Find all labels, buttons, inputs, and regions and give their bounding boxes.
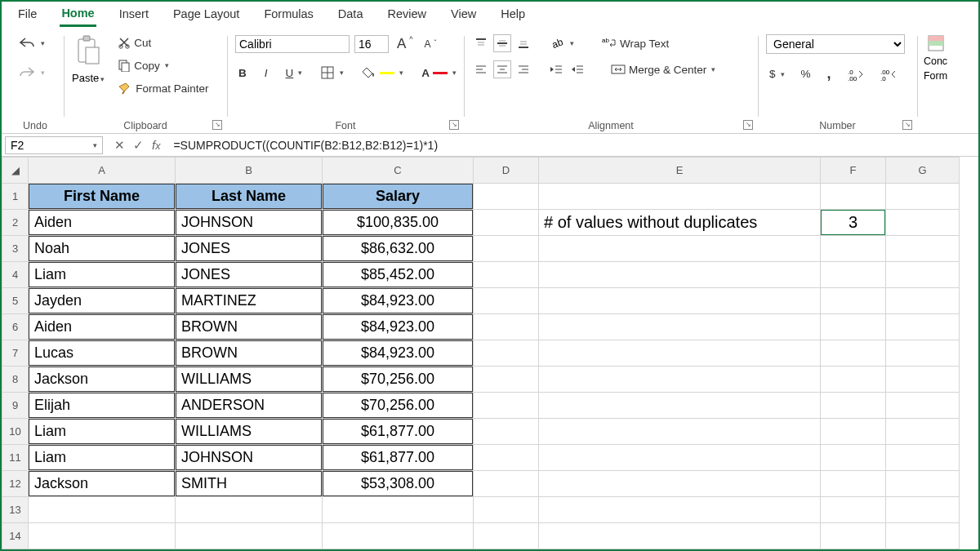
cell[interactable] (539, 523, 820, 549)
row-header[interactable]: 14 (2, 523, 29, 549)
menu-file[interactable]: File (16, 4, 38, 25)
cell-A5[interactable]: Jayden (29, 288, 175, 313)
cell[interactable] (474, 340, 538, 366)
cell[interactable] (539, 184, 820, 209)
col-header-B[interactable]: B (176, 158, 323, 184)
cell-A10[interactable]: Liam (29, 419, 175, 444)
cell[interactable] (474, 393, 538, 418)
cell[interactable] (29, 523, 175, 549)
cell[interactable] (821, 340, 885, 366)
cell[interactable] (821, 288, 885, 313)
paste-button[interactable]: Paste▾ (72, 34, 105, 84)
row-header[interactable]: 11 (2, 445, 29, 471)
cell[interactable] (323, 497, 473, 522)
cell[interactable] (886, 236, 959, 261)
cell[interactable] (539, 340, 820, 366)
cell-B7[interactable]: BROWN (176, 340, 322, 366)
cell[interactable] (886, 340, 959, 366)
cell[interactable] (539, 445, 820, 470)
cell-A3[interactable]: Noah (29, 236, 175, 261)
accounting-format-button[interactable]: $▾ (766, 66, 788, 82)
cell-C5[interactable]: $84,923.00 (323, 288, 473, 313)
decrease-font-button[interactable]: Aˇ (421, 37, 440, 51)
cell[interactable] (886, 445, 959, 470)
conditional-formatting-icon[interactable] (927, 34, 945, 52)
row-header[interactable]: 4 (2, 262, 29, 288)
cell[interactable] (886, 419, 959, 444)
cell-C8[interactable]: $70,256.00 (323, 367, 473, 392)
copy-button[interactable]: Copy▾ (114, 57, 212, 73)
align-right-button[interactable] (514, 60, 532, 78)
bold-button[interactable]: B (235, 65, 250, 81)
cell[interactable] (176, 523, 322, 549)
enter-formula-button[interactable]: ✓ (133, 138, 144, 153)
percent-format-button[interactable]: % (798, 66, 814, 82)
col-header-D[interactable]: D (474, 158, 539, 184)
cell-A1[interactable]: First Name (29, 184, 175, 209)
cell-C6[interactable]: $84,923.00 (323, 314, 473, 340)
cell[interactable] (539, 497, 820, 522)
cell[interactable] (474, 367, 538, 392)
undo-button[interactable]: ▾ (15, 34, 48, 52)
row-header[interactable]: 7 (2, 340, 29, 367)
align-center-button[interactable] (493, 60, 511, 78)
cell-A11[interactable]: Liam (29, 445, 175, 470)
menu-formulas[interactable]: Formulas (262, 4, 314, 25)
cell[interactable] (821, 184, 885, 209)
font-launcher-icon[interactable]: ↘ (449, 120, 459, 130)
orientation-button[interactable]: ab▾ (547, 34, 577, 52)
fill-color-button[interactable]: ▾ (359, 65, 407, 80)
col-header-G[interactable]: G (886, 158, 960, 184)
align-left-button[interactable] (472, 60, 490, 78)
number-launcher-icon[interactable]: ↘ (902, 120, 912, 130)
cell-B8[interactable]: WILLIAMS (176, 367, 322, 392)
cell[interactable] (323, 523, 473, 549)
col-header-C[interactable]: C (323, 158, 474, 184)
cell[interactable] (886, 210, 959, 235)
cell-A6[interactable]: Aiden (29, 314, 175, 340)
cell[interactable] (821, 419, 885, 444)
cell-B9[interactable]: ANDERSON (176, 393, 322, 418)
menu-home[interactable]: Home (60, 3, 96, 27)
cell-B12[interactable]: SMITH (176, 471, 322, 496)
menu-page-layout[interactable]: Page Layout (172, 4, 241, 25)
cell-A7[interactable]: Lucas (29, 340, 175, 366)
row-header[interactable]: 3 (2, 236, 29, 262)
cell-A2[interactable]: Aiden (29, 210, 175, 235)
cell[interactable] (474, 210, 538, 235)
cell-C3[interactable]: $86,632.00 (323, 236, 473, 261)
clipboard-launcher-icon[interactable]: ↘ (212, 120, 222, 130)
row-header[interactable]: 2 (2, 210, 29, 236)
decrease-indent-button[interactable] (547, 60, 565, 78)
cell[interactable] (539, 262, 820, 287)
align-top-button[interactable] (472, 34, 490, 52)
cell[interactable] (539, 288, 820, 313)
cell[interactable] (474, 471, 538, 496)
cell-C9[interactable]: $70,256.00 (323, 393, 473, 418)
row-header[interactable]: 6 (2, 314, 29, 340)
col-header-A[interactable]: A (29, 158, 176, 184)
cell-E2[interactable]: # of values without duplicates (539, 210, 820, 235)
borders-button[interactable]: ▾ (317, 64, 347, 82)
cell-B10[interactable]: WILLIAMS (176, 419, 322, 444)
format-painter-button[interactable]: Format Painter (114, 80, 212, 96)
cell[interactable] (886, 497, 959, 522)
cell[interactable] (474, 497, 538, 522)
cell[interactable] (821, 393, 885, 418)
cell[interactable] (886, 314, 959, 340)
worksheet-grid[interactable]: ◢ A B C D E F G 1 First Name Last Name S… (2, 157, 978, 549)
cell-A9[interactable]: Elijah (29, 393, 175, 418)
increase-indent-button[interactable] (568, 60, 586, 78)
fx-button[interactable]: fx (152, 138, 160, 153)
row-header[interactable]: 10 (2, 419, 29, 445)
menu-review[interactable]: Review (385, 4, 428, 25)
cell[interactable] (539, 419, 820, 444)
cell-B5[interactable]: MARTINEZ (176, 288, 322, 313)
formula-input[interactable]: =SUMPRODUCT((COUNTIF(B2:B12,B2:B12)=1)*1… (168, 137, 978, 153)
menu-insert[interactable]: Insert (118, 4, 150, 25)
cell[interactable] (821, 236, 885, 261)
row-header[interactable]: 1 (2, 184, 29, 210)
row-header[interactable]: 12 (2, 471, 29, 497)
decrease-decimal-button[interactable]: .00.0 (877, 66, 900, 82)
cell-C11[interactable]: $61,877.00 (323, 445, 473, 470)
